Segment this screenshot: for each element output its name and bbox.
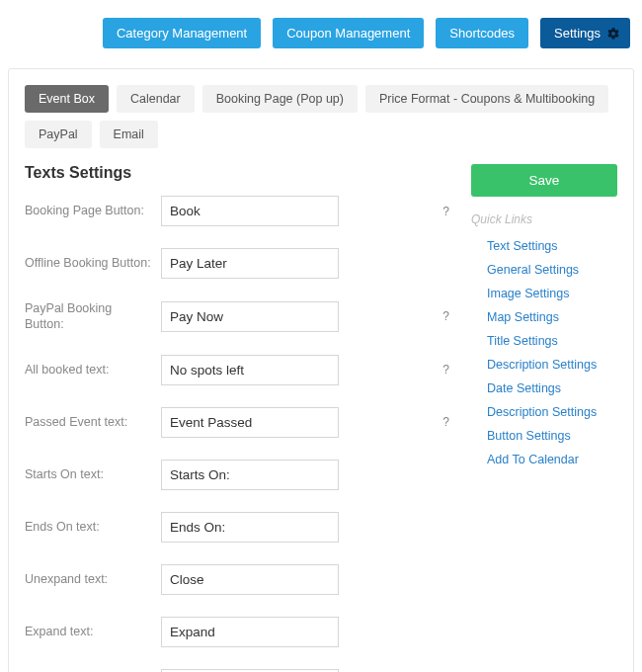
- passed-event-text-input[interactable]: [161, 407, 339, 438]
- quick-link-button-settings[interactable]: Button Settings: [471, 424, 617, 448]
- sidebar-column: Save Quick Links Text Settings General S…: [471, 164, 617, 672]
- quick-links-list: Text Settings General Settings Image Set…: [471, 234, 617, 471]
- field-label: Ends On text:: [25, 519, 161, 535]
- help-icon[interactable]: ?: [442, 415, 449, 429]
- form-column: Texts Settings Booking Page Button: ? Of…: [25, 164, 449, 672]
- coupon-management-button[interactable]: Coupon Management: [273, 18, 424, 48]
- quick-link-description-settings[interactable]: Description Settings: [471, 353, 617, 377]
- tab-price-format[interactable]: Price Format - Coupons & Multibooking: [365, 85, 608, 113]
- paypal-booking-button-input[interactable]: [161, 301, 339, 332]
- booking-page-button-input[interactable]: [161, 196, 339, 226]
- help-icon[interactable]: ?: [442, 205, 449, 218]
- starts-on-text-input[interactable]: [161, 460, 339, 490]
- category-management-button[interactable]: Category Management: [103, 18, 261, 48]
- expand-text-input[interactable]: [161, 617, 339, 647]
- field-label: Booking Page Button:: [25, 203, 161, 218]
- field-offline-booking-button: Offline Booking Button:: [25, 248, 449, 279]
- tab-event-box[interactable]: Event Box: [25, 85, 109, 113]
- all-booked-text-input[interactable]: [161, 355, 339, 385]
- quick-link-description-settings-2[interactable]: Description Settings: [471, 400, 617, 424]
- settings-panel: Event Box Calendar Booking Page (Pop up)…: [8, 68, 634, 672]
- quick-link-text-settings[interactable]: Text Settings: [471, 234, 617, 258]
- field-unexpand-text: Unexpand text:: [25, 564, 449, 595]
- save-button[interactable]: Save: [471, 164, 617, 197]
- unexpand-text-input[interactable]: [161, 564, 339, 595]
- tab-calendar[interactable]: Calendar: [117, 85, 195, 113]
- help-icon[interactable]: ?: [442, 363, 449, 377]
- quick-link-add-to-calendar[interactable]: Add To Calendar: [471, 448, 617, 471]
- field-passed-event-text: Passed Event text: ?: [25, 407, 449, 438]
- gear-icon: [606, 27, 620, 41]
- quick-link-image-settings[interactable]: Image Settings: [471, 282, 617, 305]
- field-price-zero-text: Text to show when price is zero:: [25, 669, 449, 673]
- field-all-booked-text: All booked text: ?: [25, 355, 449, 385]
- field-label: Expand text:: [25, 624, 161, 639]
- field-expand-text: Expand text:: [25, 617, 449, 647]
- field-label: Passed Event text:: [25, 414, 161, 430]
- tab-booking-page[interactable]: Booking Page (Pop up): [202, 85, 358, 113]
- field-label: Unexpand text:: [25, 571, 161, 587]
- field-paypal-booking-button: PayPal Booking Button: ?: [25, 300, 449, 333]
- ends-on-text-input[interactable]: [161, 512, 339, 543]
- shortcodes-button[interactable]: Shortcodes: [436, 18, 528, 48]
- quick-link-title-settings[interactable]: Title Settings: [471, 329, 617, 353]
- field-label: Offline Booking Button:: [25, 255, 161, 271]
- settings-label: Settings: [554, 26, 601, 41]
- quick-links-title: Quick Links: [471, 212, 617, 226]
- content-area: Texts Settings Booking Page Button: ? Of…: [25, 164, 617, 672]
- field-ends-on-text: Ends On text:: [25, 512, 449, 543]
- help-icon[interactable]: ?: [442, 309, 449, 323]
- tab-paypal[interactable]: PayPal: [25, 121, 92, 148]
- quick-link-map-settings[interactable]: Map Settings: [471, 305, 617, 329]
- field-label: All booked text:: [25, 362, 161, 378]
- field-label: PayPal Booking Button:: [25, 300, 161, 333]
- section-title: Texts Settings: [25, 164, 449, 182]
- field-label: Starts On text:: [25, 466, 161, 482]
- field-label: Text to show when price is zero:: [25, 669, 161, 673]
- top-nav: Category Management Coupon Management Sh…: [0, 0, 642, 62]
- tab-email[interactable]: Email: [100, 121, 158, 148]
- settings-button[interactable]: Settings: [540, 18, 630, 48]
- field-starts-on-text: Starts On text:: [25, 460, 449, 490]
- tabs-row: Event Box Calendar Booking Page (Pop up)…: [25, 85, 617, 148]
- quick-link-date-settings[interactable]: Date Settings: [471, 377, 617, 400]
- quick-link-general-settings[interactable]: General Settings: [471, 258, 617, 282]
- offline-booking-button-input[interactable]: [161, 248, 339, 279]
- field-booking-page-button: Booking Page Button: ?: [25, 196, 449, 226]
